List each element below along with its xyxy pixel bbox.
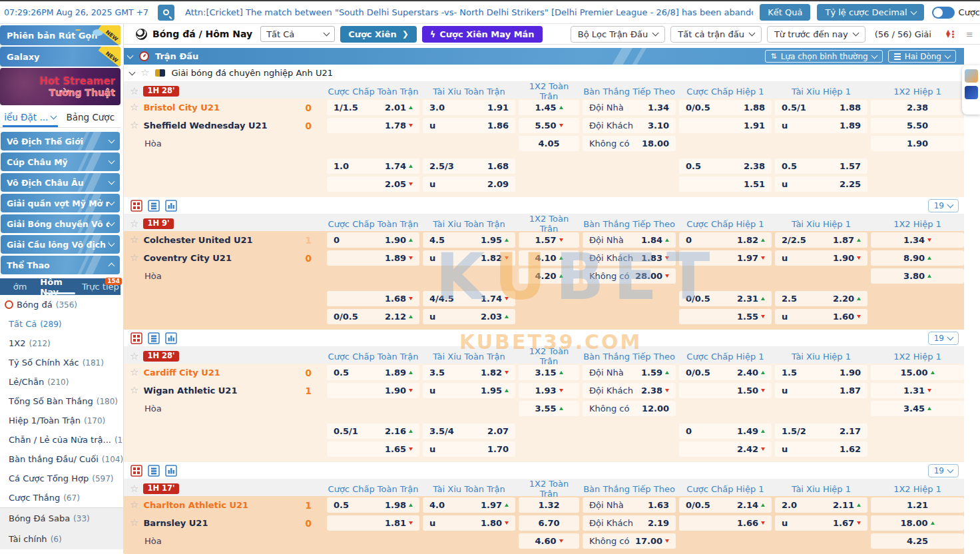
next-goal-odds-cell[interactable]: Đội Nhà1.84 <box>583 232 676 248</box>
chevron-down-icon[interactable] <box>129 69 136 75</box>
favorite-star-icon[interactable]: ☆ <box>130 219 138 229</box>
favorite-star-icon[interactable]: ☆ <box>130 368 138 378</box>
favorite-star-icon[interactable]: ☆ <box>130 87 138 97</box>
handicap-h1-odds-cell[interactable]: 1.55 <box>679 309 772 324</box>
stats-chart-icon[interactable] <box>165 465 177 477</box>
over-under-h1-odds-cell[interactable]: u1.87 <box>775 383 867 398</box>
over-under-odds-cell[interactable]: 4/4.51.74 <box>423 291 515 306</box>
1x2-odds-cell[interactable]: 1.93 <box>519 383 579 398</box>
next-goal-odds-cell[interactable]: Đội Nhà1.34 <box>583 100 676 115</box>
1x2-odds-cell[interactable]: 4.25 <box>871 533 964 549</box>
handicap-h1-odds-cell[interactable]: 0/0.51.88 <box>679 100 772 115</box>
list-market-icon[interactable] <box>148 332 160 344</box>
handicap-h1-odds-cell[interactable]: 1.51 <box>679 176 772 192</box>
over-under-h1-odds-cell[interactable]: u1.90 <box>775 250 867 266</box>
sidebar-secondary-item-0[interactable]: Bóng Đá Saba(33) <box>0 508 123 529</box>
next-goal-odds-cell[interactable]: Đội Khách1.83 <box>583 250 676 266</box>
sidebar-menu-item-8[interactable]: Bàn thắng Đầu/ Cuối(104) <box>0 449 123 469</box>
favorite-star-icon[interactable]: ☆ <box>130 500 138 510</box>
handicap-odds-cell[interactable]: 0.51.98 <box>327 497 419 513</box>
favorite-star-icon[interactable]: ☆ <box>130 235 138 245</box>
banner-hot-streamer[interactable]: Hot Streamer Tường Thuật <box>0 68 121 105</box>
next-goal-odds-cell[interactable]: Không có28.00 <box>583 268 676 284</box>
over-under-h1-odds-cell[interactable]: u1.89 <box>775 118 867 133</box>
next-goal-odds-cell[interactable]: Đội Khách3.10 <box>583 118 676 133</box>
handicap-odds-cell[interactable]: 1.65 <box>327 441 419 457</box>
1x2-odds-cell[interactable]: 6.70 <box>519 515 579 531</box>
sidebar-menu-item-4[interactable]: Lẻ/Chẵn(210) <box>0 372 123 392</box>
1x2-odds-cell[interactable]: 4.60 <box>519 533 579 549</box>
1x2-odds-cell[interactable]: 8.90 <box>871 250 964 266</box>
sidebar-menu-item-2[interactable]: 1X2(212) <box>0 334 123 353</box>
handicap-odds-cell[interactable]: 1.68 <box>327 291 419 306</box>
favorite-star-icon[interactable]: ☆ <box>130 121 138 131</box>
1x2-odds-cell[interactable]: 5.50 <box>871 118 964 133</box>
handicap-h1-odds-cell[interactable]: 0.52.38 <box>679 158 772 174</box>
time-tab-1[interactable]: Hôm Nay <box>40 278 80 295</box>
over-under-h1-odds-cell[interactable]: 2.02.11 <box>775 497 867 513</box>
sidebar-accordion-3[interactable]: Giải quần vợt Mỹ Mở rộ... <box>1 194 120 212</box>
favorite-star-icon[interactable]: ☆ <box>140 68 149 78</box>
banner-compact-version[interactable]: Phiên bản Rút Gọn NEW <box>0 25 121 45</box>
all-matches-dropdown[interactable]: Tất cả trận đấu <box>670 26 762 43</box>
handicap-odds-cell[interactable]: 1.90 <box>327 383 419 398</box>
floating-thumbnail-icon[interactable] <box>965 69 978 83</box>
over-under-h1-odds-cell[interactable]: 0.51.57 <box>775 158 867 174</box>
1x2-odds-cell[interactable]: 4.10 <box>519 250 579 266</box>
tab-bet-board[interactable]: Bảng Cược <box>61 107 121 127</box>
sort-icon[interactable]: ▲▼ <box>946 30 954 38</box>
handicap-odds-cell[interactable]: 0/0.52.12 <box>327 309 419 324</box>
handicap-h1-odds-cell[interactable]: 1.91 <box>679 118 772 133</box>
handicap-odds-cell[interactable]: 1.78 <box>327 118 419 133</box>
stats-chart-icon[interactable] <box>165 332 177 344</box>
favorite-star-icon[interactable]: ☆ <box>130 518 138 528</box>
1x2-odds-cell[interactable]: 4.20 <box>519 268 579 284</box>
1x2-odds-cell[interactable]: 1.31 <box>871 383 964 398</box>
favorite-star-icon[interactable]: ☆ <box>130 352 138 362</box>
next-goal-odds-cell[interactable]: Đội Nhà1.59 <box>583 365 676 380</box>
over-under-h1-odds-cell[interactable]: u1.60 <box>775 309 867 324</box>
time-tab-0[interactable]: ớm <box>0 278 40 295</box>
grid-market-icon[interactable] <box>130 332 142 344</box>
over-under-odds-cell[interactable]: 4.51.95 <box>423 232 515 248</box>
sidebar-menu-item-3[interactable]: Tỷ Số Chính Xác(181) <box>0 353 123 372</box>
time-tab-2[interactable]: Trực tiếp154 <box>81 278 121 295</box>
over-under-odds-cell[interactable]: u1.70 <box>423 441 515 457</box>
1x2-odds-cell[interactable]: 18.00 <box>871 515 964 531</box>
match-filter-dropdown[interactable]: Bộ Lọc Trận Đấu <box>571 26 665 43</box>
two-line-display-button[interactable]: Hai Dòng <box>888 50 956 63</box>
handicap-h1-odds-cell[interactable]: 0/0.52.31 <box>679 291 772 306</box>
1x2-odds-cell[interactable]: 1.32 <box>519 497 579 513</box>
favorite-star-icon[interactable]: ☆ <box>130 253 138 263</box>
next-goal-odds-cell[interactable]: Không có12.00 <box>583 401 676 416</box>
handicap-h1-odds-cell[interactable]: 2.42 <box>679 441 772 457</box>
handicap-h1-odds-cell[interactable]: 1.66 <box>679 515 772 531</box>
over-under-h1-odds-cell[interactable]: 2.52.20 <box>775 291 867 306</box>
banner-galaxy[interactable]: Galaxy NEW <box>0 47 121 67</box>
over-under-odds-cell[interactable]: 3.51.82 <box>423 365 515 380</box>
1x2-odds-cell[interactable]: 5.50 <box>519 118 579 133</box>
1x2-odds-cell[interactable]: 3.15 <box>519 365 579 380</box>
favorite-star-icon[interactable]: ☆ <box>130 103 138 113</box>
more-markets-dropdown[interactable]: 19 <box>928 332 959 345</box>
over-under-odds-cell[interactable]: u1.80 <box>423 515 515 531</box>
favorite-star-icon[interactable]: ☆ <box>130 386 138 396</box>
over-under-odds-cell[interactable]: 3.01.91 <box>423 100 515 115</box>
over-under-odds-cell[interactable]: u1.86 <box>423 118 515 133</box>
sidebar-accordion-0[interactable]: Vô Địch Thế Giới <box>1 132 120 150</box>
favorite-star-icon[interactable]: ☆ <box>130 484 138 494</box>
over-under-h1-odds-cell[interactable]: 0.5/11.88 <box>775 100 867 115</box>
floating-side-panel[interactable] <box>962 65 980 115</box>
1x2-odds-cell[interactable]: 1.21 <box>871 497 964 513</box>
sidebar-accordion-5[interactable]: Giải Cầu lông Vô địch T... <box>1 235 120 254</box>
league-select[interactable]: Tất Cả <box>260 26 335 42</box>
normal-selection-button[interactable]: ⇅ Lựa chọn bình thường <box>765 50 883 63</box>
sidebar-accordion-2[interactable]: Vô Địch Châu Âu <box>1 173 120 192</box>
over-under-odds-cell[interactable]: 4.01.97 <box>423 497 515 513</box>
handicap-h1-odds-cell[interactable]: 1.97 <box>679 250 772 266</box>
parlay-button[interactable]: Cược Xiên ❯ <box>340 26 417 43</box>
drag-handle-icon[interactable]: ≡ <box>966 29 973 39</box>
sidebar-secondary-item-1[interactable]: Tài chính(6) <box>0 529 123 549</box>
sidebar-menu-item-1[interactable]: Tất Cả(289) <box>0 314 123 334</box>
over-under-h1-odds-cell[interactable]: 1.51.90 <box>775 365 867 380</box>
